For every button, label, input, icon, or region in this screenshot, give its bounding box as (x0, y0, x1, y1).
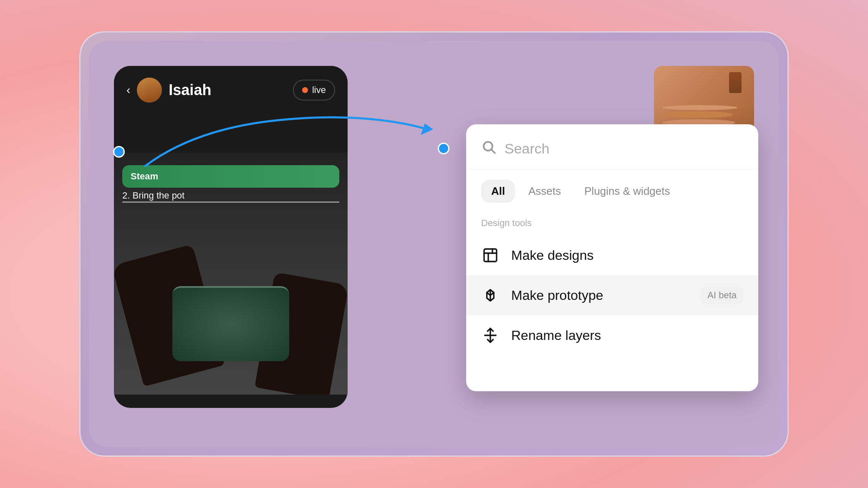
make-prototype-label: Make prototype (511, 288, 689, 303)
steam-banner: Steam (122, 165, 339, 188)
menu-item-make-designs[interactable]: Make designs (466, 235, 758, 275)
mobile-header: ‹ Isaiah live (114, 66, 348, 111)
tab-assets[interactable]: Assets (518, 180, 571, 203)
search-input-row: Search (466, 124, 758, 170)
step-underline (122, 201, 339, 203)
menu-item-make-prototype[interactable]: Make prototype AI beta (466, 275, 758, 315)
connection-dot-live (438, 143, 449, 154)
live-indicator (302, 87, 308, 93)
make-designs-label: Make designs (511, 248, 743, 263)
device-frame: ‹ Isaiah live Steam (79, 31, 789, 457)
hands-area (114, 228, 348, 395)
live-badge: live (293, 80, 335, 101)
svg-rect-3 (484, 249, 497, 262)
search-placeholder[interactable]: Search (505, 141, 550, 157)
tab-all[interactable]: All (481, 180, 515, 203)
pot (172, 286, 289, 361)
live-label: live (312, 85, 326, 96)
design-icon (481, 246, 500, 264)
rename-layers-label: Rename layers (511, 328, 743, 343)
device-inner: ‹ Isaiah live Steam (89, 41, 779, 447)
mobile-screen: ‹ Isaiah live Steam (114, 66, 348, 408)
avatar-face (137, 78, 162, 103)
search-panel: Search All Assets Plugins & widgets Desi… (466, 124, 758, 391)
tabs-row: All Assets Plugins & widgets (466, 170, 758, 211)
menu-item-rename-layers[interactable]: Rename layers (466, 315, 758, 355)
tab-plugins-widgets[interactable]: Plugins & widgets (574, 180, 680, 203)
rename-icon (481, 326, 500, 345)
menu-items: Make designs Make prototype AI beta (466, 232, 758, 359)
mobile-content: Steam 2. Bring the pot (114, 111, 348, 395)
steam-text: Steam (131, 171, 158, 181)
prototype-icon (481, 286, 500, 304)
svg-line-2 (492, 150, 495, 153)
design-tools-section-label: Design tools (466, 211, 758, 232)
cooking-scene: Steam 2. Bring the pot (114, 153, 348, 395)
search-icon (481, 139, 496, 158)
username-label: Isaiah (169, 81, 286, 99)
ai-beta-badge: AI beta (701, 287, 743, 304)
avatar (137, 78, 162, 103)
connection-dot-avatar (113, 146, 125, 158)
step-text: 2. Bring the pot (122, 190, 184, 201)
back-button[interactable]: ‹ (126, 83, 130, 97)
svg-marker-0 (421, 123, 433, 135)
step-banner: 2. Bring the pot (122, 190, 339, 201)
